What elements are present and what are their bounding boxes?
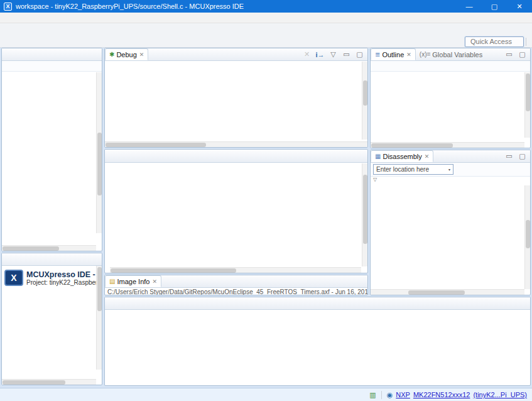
power-icon: ◉ xyxy=(387,391,393,399)
task-table xyxy=(105,310,530,312)
menu-bar xyxy=(0,13,532,23)
close-icon[interactable]: ✕ xyxy=(406,52,411,58)
outline-toolbar xyxy=(371,61,530,72)
code-area[interactable] xyxy=(105,163,367,260)
disassembly-overflow-chevron[interactable]: ▽ xyxy=(371,177,530,184)
minimize-view-icon[interactable]: ▭ xyxy=(504,151,514,162)
quickstart-panel: X MCUXpresso IDE - Qu Project: tinyK22_R… xyxy=(1,253,102,385)
outline-tree xyxy=(371,72,530,137)
editor-horizontal-scrollbar[interactable] xyxy=(110,267,361,273)
disassembly-vertical-scrollbar[interactable] xyxy=(524,185,530,289)
global-variables-icon: (x)= xyxy=(420,51,431,58)
image-info-icon: ▤ xyxy=(109,278,115,285)
outline-icon: ≣ xyxy=(375,51,380,58)
disassembly-horizontal-scrollbar[interactable] xyxy=(371,289,524,295)
outline-tab-bar: ≣ Outline ✕ (x)= Global Variables ▭ ▢ xyxy=(371,48,530,61)
view-menu-icon[interactable]: ▽ xyxy=(328,49,339,60)
remove-all-terminated-icon[interactable]: ✕ xyxy=(301,49,312,60)
quickstart-project: Project: tinyK22_RaspberryPi_U xyxy=(26,279,102,286)
quickstart-title: MCUXpresso IDE - Qu xyxy=(26,270,102,279)
image-info-tab-bar: ▤ Image Info ✕ xyxy=(105,275,367,288)
explorer-vertical-scrollbar[interactable] xyxy=(96,72,102,233)
close-button[interactable]: ✕ xyxy=(507,0,532,13)
quickstart-vertical-scrollbar[interactable] xyxy=(96,266,102,370)
outline-vertical-scrollbar[interactable] xyxy=(524,72,530,138)
editor-panel xyxy=(104,149,368,273)
quick-access-box[interactable]: Quick Access xyxy=(465,36,524,47)
disassembly-tab-bar: ▦ Disassembly ✕ ▭ ▢ xyxy=(371,150,530,163)
window-title: workspace - tinyK22_RaspberryPi_UPS/sour… xyxy=(16,3,457,10)
disassembly-listing[interactable] xyxy=(371,184,530,286)
editor-vertical-scrollbar[interactable] xyxy=(362,163,367,266)
bottom-tab-bar xyxy=(105,297,530,310)
debug-panel: ✱ Debug ✕ ✕ i→ ▽ ▭ ▢ xyxy=(104,48,368,148)
tab-image-info[interactable]: ▤ Image Info ✕ xyxy=(105,275,161,287)
debug-tree xyxy=(105,61,367,139)
disassembly-panel: ▦ Disassembly ✕ ▭ ▢ Enter location here … xyxy=(370,150,531,295)
debug-vertical-scrollbar[interactable] xyxy=(362,62,367,140)
mcuxpresso-logo: X xyxy=(4,270,23,286)
project-explorer-panel xyxy=(1,48,102,251)
tab-disassembly[interactable]: ▦ Disassembly ✕ xyxy=(371,150,433,162)
secondary-toolbar: Quick Access xyxy=(0,36,532,48)
project-link[interactable]: (tinyK2...Pi_UPS) xyxy=(473,391,527,398)
tab-debug[interactable]: ✱ Debug ✕ xyxy=(105,48,148,60)
status-bar: ▥ ◉ NXP MK22FN512xxx12 (tinyK2...Pi_UPS) xyxy=(0,388,532,401)
app-logo-icon: X xyxy=(4,3,12,11)
title-bar: X workspace - tinyK22_RaspberryPi_UPS/so… xyxy=(0,0,532,13)
outline-horizontal-scrollbar[interactable] xyxy=(371,142,524,148)
minimize-button[interactable]: — xyxy=(457,0,482,13)
close-icon[interactable]: ✕ xyxy=(152,278,157,285)
tab-outline[interactable]: ≣ Outline ✕ xyxy=(371,48,416,60)
outline-panel: ≣ Outline ✕ (x)= Global Variables ▭ ▢ xyxy=(370,48,531,148)
maximize-button[interactable]: ▢ xyxy=(482,0,507,13)
debug-icon: ✱ xyxy=(109,51,114,58)
vendor-link[interactable]: NXP xyxy=(396,391,410,398)
editor-tab-bar xyxy=(105,150,367,163)
quickstart-horizontal-scrollbar[interactable] xyxy=(2,379,96,385)
image-path: C:/Users/Erich Styger/Data/GitRepos/McuO… xyxy=(105,288,367,295)
disassembly-icon: ▦ xyxy=(375,153,381,160)
maximize-view-icon[interactable]: ▢ xyxy=(354,49,365,60)
maximize-view-icon[interactable]: ▢ xyxy=(517,49,528,60)
tab-global-variables[interactable]: (x)= Global Variables xyxy=(416,48,486,60)
close-icon[interactable]: ✕ xyxy=(139,52,144,58)
explorer-horizontal-scrollbar[interactable] xyxy=(2,245,96,251)
explorer-toolbar xyxy=(2,61,102,72)
close-icon[interactable]: ✕ xyxy=(425,153,430,160)
image-info-panel: ▤ Image Info ✕ C:/Users/Erich Styger/Dat… xyxy=(104,275,368,295)
location-combo[interactable]: Enter location here ▾ xyxy=(373,164,453,175)
quickstart-tab-bar xyxy=(2,253,102,266)
device-link[interactable]: MK22FN512xxx12 xyxy=(413,391,470,398)
debug-tab-bar: ✱ Debug ✕ ✕ i→ ▽ ▭ ▢ xyxy=(105,48,367,61)
main-toolbar xyxy=(0,23,532,36)
project-tree xyxy=(2,72,102,238)
minimize-view-icon[interactable]: ▭ xyxy=(504,49,514,60)
show-debug-info-icon[interactable]: i→ xyxy=(315,49,325,60)
debug-horizontal-scrollbar[interactable] xyxy=(105,141,367,147)
explorer-tab-bar xyxy=(2,48,102,61)
minimize-view-icon[interactable]: ▭ xyxy=(341,49,352,60)
bottom-panel xyxy=(104,297,531,386)
maximize-view-icon[interactable]: ▢ xyxy=(517,151,528,162)
probe-status-icon: ▥ xyxy=(369,391,376,399)
